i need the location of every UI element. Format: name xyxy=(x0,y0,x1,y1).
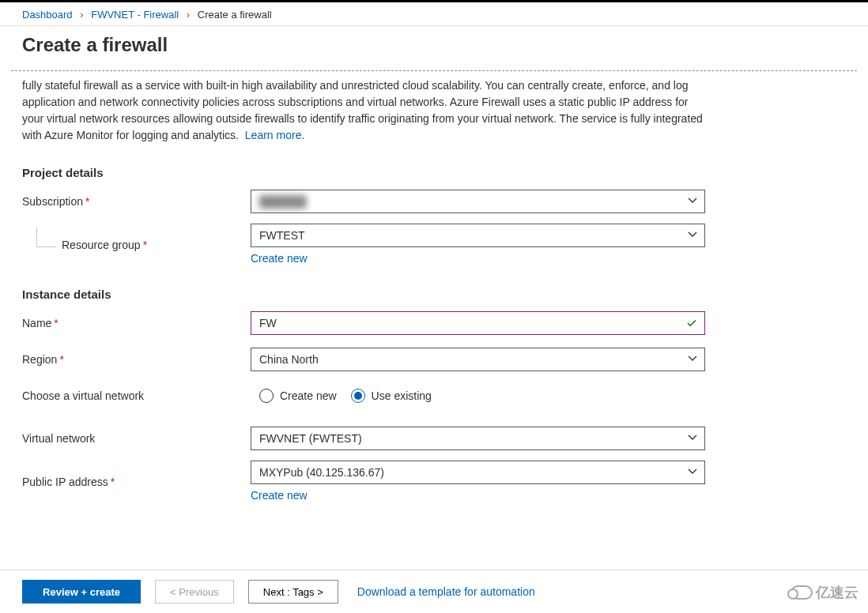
label-vnet-choice-text: Choose a virtual network xyxy=(22,389,144,402)
virtual-network-select[interactable]: FWVNET (FWTEST) xyxy=(251,427,705,450)
row-public-ip: Public IP address* MXYPub (40.125.136.67… xyxy=(22,461,705,502)
breadcrumb-link-fwvnet[interactable]: FWVNET - Firewall xyxy=(91,9,179,21)
radio-icon xyxy=(351,389,365,403)
label-public-ip-text: Public IP address xyxy=(22,476,108,488)
label-public-ip: Public IP address* xyxy=(22,476,251,488)
page-title: Create a firewall xyxy=(0,26,868,70)
subscription-value: ██████ xyxy=(259,195,307,208)
form-content: fully stateful firewall as a service wit… xyxy=(0,71,727,581)
label-name: Name* xyxy=(22,317,251,329)
section-heading-project: Project details xyxy=(22,166,705,179)
chevron-down-icon xyxy=(687,229,698,240)
chevron-right-icon: › xyxy=(187,9,190,21)
label-name-text: Name xyxy=(22,317,51,329)
row-vnet-choice: Choose a virtual network Create new Use … xyxy=(22,382,705,410)
label-vnet-choice: Choose a virtual network xyxy=(22,389,259,402)
chevron-down-icon xyxy=(687,195,698,206)
required-marker: * xyxy=(59,353,63,366)
learn-more-link[interactable]: Learn more. xyxy=(245,129,304,141)
resource-group-select[interactable]: FWTEST xyxy=(251,224,705,247)
chevron-down-icon xyxy=(687,466,698,477)
region-select[interactable]: China North xyxy=(251,348,705,371)
radio-create-new-label: Create new xyxy=(280,389,337,402)
name-input[interactable]: FW xyxy=(251,311,705,335)
radio-use-existing[interactable]: Use existing xyxy=(351,389,432,403)
radio-icon xyxy=(259,389,274,403)
create-new-rg-link[interactable]: Create new xyxy=(251,252,308,265)
label-subscription-text: Subscription xyxy=(22,195,83,208)
subscription-select[interactable]: ██████ xyxy=(251,190,705,213)
chevron-right-icon: › xyxy=(80,9,83,21)
required-marker: * xyxy=(111,476,115,488)
virtual-network-value: FWVNET (FWTEST) xyxy=(259,432,362,445)
checkmark-icon xyxy=(685,317,698,329)
region-value: China North xyxy=(259,353,319,366)
required-marker: * xyxy=(85,195,89,208)
radio-create-new[interactable]: Create new xyxy=(259,389,337,403)
row-resource-group: Resource group* FWTEST Create new xyxy=(22,224,705,265)
label-resource-group-text: Resource group xyxy=(62,239,141,251)
public-ip-value: MXYPub (40.125.136.67) xyxy=(259,466,384,479)
chevron-down-icon xyxy=(687,353,698,364)
required-marker: * xyxy=(143,239,147,251)
breadcrumb: Dashboard › FWVNET - Firewall › Create a… xyxy=(0,2,868,26)
breadcrumb-link-dashboard[interactable]: Dashboard xyxy=(22,9,73,21)
create-new-ip-link[interactable]: Create new xyxy=(251,489,308,502)
row-name: Name* FW xyxy=(22,309,705,337)
public-ip-select[interactable]: MXYPub (40.125.136.67) xyxy=(251,461,705,484)
radio-use-existing-label: Use existing xyxy=(372,389,432,402)
previous-button: < Previous xyxy=(155,580,234,581)
resource-group-value: FWTEST xyxy=(259,229,305,242)
label-virtual-network-text: Virtual network xyxy=(22,432,95,445)
required-marker: * xyxy=(54,317,58,329)
wizard-footer: Review + create < Previous Next : Tags >… xyxy=(0,570,868,581)
description-text: fully stateful firewall as a service wit… xyxy=(22,76,705,144)
row-virtual-network: Virtual network FWVNET (FWTEST) xyxy=(22,424,705,453)
section-heading-instance: Instance details xyxy=(22,288,705,301)
row-region: Region* China North xyxy=(22,345,705,374)
label-region-text: Region xyxy=(22,353,57,366)
next-button[interactable]: Next : Tags > xyxy=(248,580,338,581)
description-body: fully stateful firewall as a service wit… xyxy=(22,79,703,141)
row-subscription: Subscription* ██████ xyxy=(22,187,705,216)
label-resource-group: Resource group* xyxy=(22,239,251,251)
review-create-button[interactable]: Review + create xyxy=(22,580,141,581)
chevron-down-icon xyxy=(687,432,698,443)
breadcrumb-current: Create a firewall xyxy=(198,9,272,21)
name-value: FW xyxy=(259,317,277,329)
label-subscription: Subscription* xyxy=(22,195,251,208)
vnet-choice-radiogroup: Create new Use existing xyxy=(259,389,705,403)
label-region: Region* xyxy=(22,353,251,366)
label-virtual-network: Virtual network xyxy=(22,432,251,445)
